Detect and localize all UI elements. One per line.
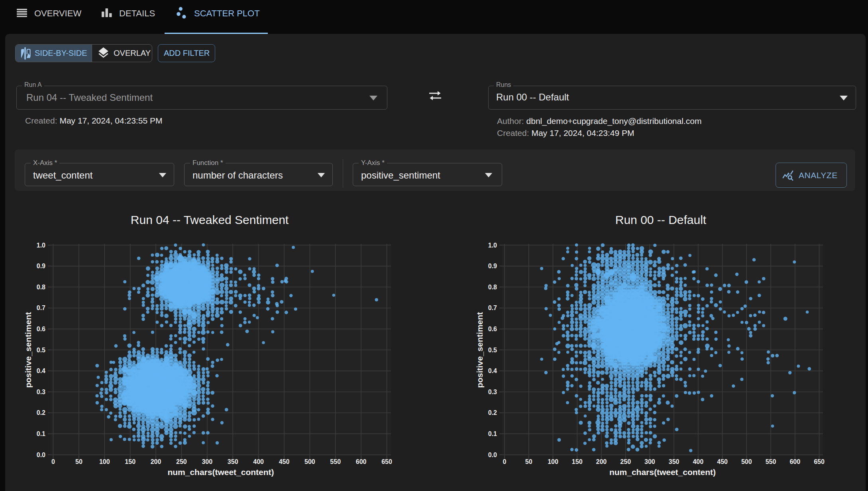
svg-text:350: 350	[669, 458, 679, 465]
svg-text:50: 50	[75, 458, 82, 465]
svg-text:0.9: 0.9	[37, 263, 45, 269]
svg-text:350: 350	[228, 458, 238, 465]
svg-text:650: 650	[381, 458, 392, 465]
svg-text:600: 600	[356, 458, 367, 465]
svg-text:650: 650	[814, 458, 825, 465]
svg-text:0.2: 0.2	[37, 409, 45, 416]
svg-text:100: 100	[548, 458, 558, 465]
svg-text:400: 400	[693, 458, 703, 465]
svg-text:1.0: 1.0	[37, 242, 45, 249]
svg-text:500: 500	[741, 458, 752, 465]
svg-text:550: 550	[330, 458, 341, 465]
svg-text:0.2: 0.2	[488, 409, 497, 416]
svg-text:positive_sentiment: positive_sentiment	[24, 312, 33, 388]
svg-text:300: 300	[644, 458, 655, 465]
svg-text:0.5: 0.5	[488, 347, 497, 354]
svg-text:550: 550	[766, 458, 776, 465]
svg-text:150: 150	[125, 458, 136, 465]
svg-text:0.9: 0.9	[488, 263, 497, 269]
svg-text:0.7: 0.7	[37, 304, 45, 311]
svg-text:0: 0	[503, 458, 507, 465]
svg-text:450: 450	[279, 458, 290, 465]
svg-text:0.6: 0.6	[488, 326, 497, 332]
svg-text:0.0: 0.0	[37, 452, 45, 458]
svg-text:250: 250	[620, 458, 631, 465]
svg-text:0.8: 0.8	[37, 284, 45, 291]
svg-text:0.7: 0.7	[488, 304, 497, 311]
svg-text:Run 04 -- Tweaked Sentiment: Run 04 -- Tweaked Sentiment	[131, 213, 289, 226]
svg-text:Run 00 -- Default: Run 00 -- Default	[615, 213, 707, 226]
svg-text:0.3: 0.3	[37, 389, 45, 395]
svg-text:50: 50	[525, 458, 532, 465]
svg-text:200: 200	[596, 458, 607, 465]
svg-text:0.5: 0.5	[37, 347, 45, 354]
svg-text:300: 300	[202, 458, 212, 465]
svg-text:0.4: 0.4	[488, 367, 497, 374]
svg-text:600: 600	[789, 458, 800, 465]
svg-text:100: 100	[99, 458, 110, 465]
svg-text:200: 200	[151, 458, 161, 465]
svg-text:0.6: 0.6	[37, 326, 45, 332]
svg-text:0.4: 0.4	[37, 367, 45, 374]
svg-text:0: 0	[51, 458, 55, 465]
svg-text:num_chars(tweet_content): num_chars(tweet_content)	[609, 467, 716, 477]
svg-text:450: 450	[717, 458, 728, 465]
svg-text:0.0: 0.0	[488, 452, 497, 458]
svg-text:0.3: 0.3	[488, 389, 497, 395]
svg-text:0.1: 0.1	[37, 430, 45, 437]
svg-text:0.1: 0.1	[488, 430, 497, 437]
svg-text:250: 250	[176, 458, 187, 465]
svg-text:1.0: 1.0	[488, 242, 497, 249]
svg-text:400: 400	[253, 458, 264, 465]
svg-text:positive_sentiment: positive_sentiment	[475, 312, 484, 388]
svg-text:0.8: 0.8	[488, 284, 497, 291]
svg-text:500: 500	[304, 458, 315, 465]
svg-text:num_chars(tweet_content): num_chars(tweet_content)	[167, 467, 274, 477]
svg-text:150: 150	[572, 458, 583, 465]
